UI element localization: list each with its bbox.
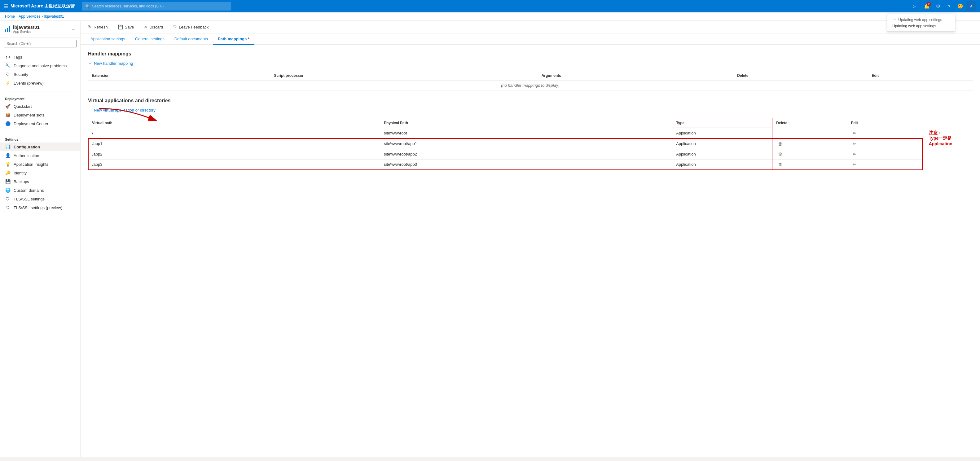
delete-app1[interactable]: 🗑 [772,138,847,149]
edit-icon-root[interactable]: ✏ [851,130,858,136]
tls-preview-icon: 🛡 [5,205,11,210]
tab-default-documents[interactable]: Default documents [169,33,213,45]
notif-body: Updating web app settings [892,24,950,28]
sidebar-item-tags-label: Tags [14,55,22,59]
edit-root[interactable]: ✏ [847,128,922,138]
edit-app2[interactable]: ✏ [847,149,922,159]
sidebar-item-app-insights[interactable]: 💡 Application Insights [0,160,80,169]
type-root: Application [672,128,772,138]
sidebar-item-deployment-slots-label: Deployment slots [14,113,45,118]
sidebar-item-events[interactable]: ⚡ Events (preview) [0,79,80,87]
sidebar-item-backups[interactable]: 💾 Backups [0,177,80,186]
annotation-note: 注意： [929,130,972,136]
brand-name: Microsoft Azure 由世纪互联运营 [11,3,75,9]
sidebar-item-authentication[interactable]: 👤 Authentication [0,151,80,160]
col-virt-delete: Delete [772,118,847,128]
resource-type: App Service [13,30,40,33]
notification-popup: ··· Updating web app settings Updating w… [887,14,955,32]
edit-icon-app2[interactable]: ✏ [851,151,858,157]
col-physical-path: Physical Path [380,118,672,128]
edit-app1[interactable]: ✏ [847,138,922,149]
sidebar-item-diagnose-label: Diagnose and solve problems [14,64,67,68]
add-virtual-app-icon: ＋ [88,107,92,113]
search-input[interactable] [92,4,228,8]
sidebar-item-configuration[interactable]: 📊 Configuration [0,143,80,151]
virtual-apps-table-wrapper: Virtual path Physical Path Type Delete E… [88,118,972,170]
sidebar-item-deployment-slots[interactable]: 📦 Deployment slots [0,111,80,119]
settings-btn[interactable]: ⚙ [933,1,943,11]
delete-app2[interactable]: 🗑 [772,149,847,159]
delete-icon-app3[interactable]: 🗑 [776,161,784,168]
quickstart-icon: 🚀 [5,104,11,109]
virtual-apps-title: Virtual applications and directories [88,98,972,103]
refresh-button[interactable]: ↻ Refresh [86,23,110,31]
deployment-center-icon: 🔵 [5,121,11,126]
tab-general-settings[interactable]: General settings [130,33,169,45]
breadcrumb-resource[interactable]: lbjavatest01 [44,14,64,19]
sidebar-item-diagnose[interactable]: 🔧 Diagnose and solve problems [0,61,80,70]
annotation-detail: Type一定是Application [929,136,972,146]
more-options-btn[interactable]: ··· [72,27,75,31]
diagnose-icon: 🔧 [5,63,11,68]
delete-root[interactable] [772,128,847,138]
sidebar-item-custom-domains[interactable]: 🌐 Custom domains [0,186,80,195]
sidebar-item-security[interactable]: 🛡 Security [0,70,80,79]
sidebar-item-configuration-label: Configuration [14,145,40,149]
edit-app3[interactable]: ✏ [847,159,922,170]
discard-button[interactable]: ✕ Discard [141,23,165,31]
physical-path-root: site\wwwroot [380,128,672,138]
physical-path-app2: site\wwwroot\app2 [380,149,672,159]
tab-application-settings[interactable]: Application settings [86,33,130,45]
col-edit: Edit [868,71,972,81]
authentication-icon: 👤 [5,153,11,158]
type-app2: Application [672,149,772,159]
breadcrumb-app-services[interactable]: App Services [19,14,41,19]
sidebar-item-identity-label: Identity [14,171,27,175]
table-row: /app3 site\wwwroot\app3 Application 🗑 ✏ [88,159,923,170]
edit-icon-app1[interactable]: ✏ [851,141,858,147]
sidebar-item-deployment-center[interactable]: 🔵 Deployment Center [0,119,80,128]
notification-btn[interactable]: 🔔 2 [922,1,932,11]
deployment-section-label: Deployment [0,95,80,102]
delete-icon-app1[interactable]: 🗑 [776,141,784,147]
physical-path-app1: site\wwwroot\app1 [380,138,672,149]
cloud-shell-btn[interactable]: >_ [911,1,921,11]
sidebar-item-quickstart[interactable]: 🚀 Quickstart [0,102,80,111]
sidebar-item-tags[interactable]: 🏷 Tags [0,52,80,61]
hamburger-menu[interactable]: ☰ [4,3,8,9]
sidebar-item-tls-ssl-preview[interactable]: 🛡 TLS/SSL settings (preview) [0,203,80,212]
refresh-icon: ↻ [88,24,92,29]
table-row: /app1 site\wwwroot\app1 Application 🗑 ✏ [88,138,923,149]
content-area: ↻ Refresh 💾 Save ✕ Discard ♡ Leave Feedb… [81,21,980,457]
tab-path-mappings[interactable]: Path mappings * [213,33,255,45]
sidebar-item-tls-ssl[interactable]: 🛡 TLS/SSL settings [0,195,80,203]
sidebar-item-identity[interactable]: 🔑 Identity [0,169,80,177]
feedback-button[interactable]: ♡ Leave Feedback [170,23,211,31]
table-row: /app2 site\wwwroot\app2 Application 🗑 ✏ [88,149,923,159]
global-search-bar[interactable]: 🔍 [82,2,231,11]
notif-title: ··· Updating web app settings [892,17,950,22]
col-extension: Extension [88,71,270,81]
user-avatar[interactable]: A [966,1,976,11]
add-handler-mapping-btn[interactable]: ＋ New handler mapping [88,60,972,66]
edit-icon-app3[interactable]: ✏ [851,161,858,168]
delete-app3[interactable]: 🗑 [772,159,847,170]
add-handler-icon: ＋ [88,60,92,66]
sidebar-general-section: 🏷 Tags 🔧 Diagnose and solve problems 🛡 S… [0,50,80,90]
discard-icon: ✕ [144,24,148,29]
feedback-btn[interactable]: 😊 [955,1,965,11]
search-icon: 🔍 [85,4,90,9]
col-virtual-path: Virtual path [88,118,380,128]
save-button[interactable]: 💾 Save [115,23,137,31]
add-virtual-app-btn[interactable]: ＋ New virtual application or directory [88,107,972,113]
app-insights-icon: 💡 [5,162,11,167]
top-nav-icons: >_ 🔔 2 ⚙ ? 😊 A [911,1,976,11]
breadcrumb-home[interactable]: Home [5,14,15,19]
help-btn[interactable]: ? [944,1,954,11]
sidebar-search-input[interactable] [4,40,76,48]
sidebar-item-events-label: Events (preview) [14,81,44,86]
page-content: Handler mappings ＋ New handler mapping E… [81,45,980,457]
deployment-slots-icon: 📦 [5,113,11,118]
delete-icon-app2[interactable]: 🗑 [776,151,784,157]
type-app3: Application [672,159,772,170]
